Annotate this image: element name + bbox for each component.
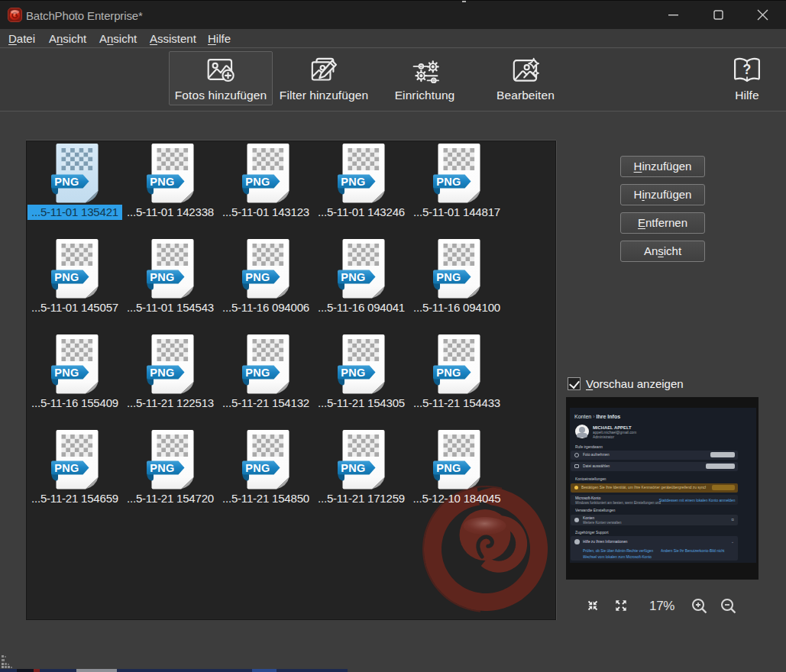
svg-text:?: ? [743,62,752,77]
